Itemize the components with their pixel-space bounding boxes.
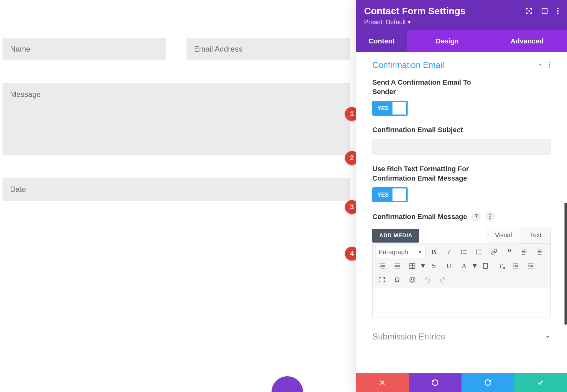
outdent-icon[interactable]: [509, 260, 523, 272]
svg-rect-29: [537, 253, 542, 253]
toggle-state: YES: [374, 192, 392, 198]
redo-button[interactable]: [461, 373, 514, 392]
preset-dropdown[interactable]: Preset: Default ▾: [364, 18, 466, 26]
undo-button[interactable]: [409, 373, 462, 392]
underline-icon[interactable]: U: [442, 260, 456, 272]
svg-point-4: [557, 13, 559, 14]
name-field[interactable]: Name: [3, 38, 166, 60]
numbered-list-icon[interactable]: 123: [472, 246, 486, 258]
svg-rect-31: [380, 264, 385, 264]
submission-entries-section[interactable]: Submission Entries: [372, 327, 551, 342]
format-select[interactable]: Paragraph▼: [375, 246, 426, 258]
svg-point-2: [557, 8, 559, 9]
form-row-1: Name Email Address: [3, 38, 350, 60]
editor-tab-text[interactable]: Text: [521, 227, 551, 244]
message-label: Confirmation Email Message: [372, 212, 467, 221]
quote-icon[interactable]: ❝: [502, 246, 516, 258]
align-center-icon[interactable]: [533, 246, 547, 258]
svg-point-13: [461, 253, 462, 255]
svg-rect-0: [528, 10, 530, 12]
chevron-down-icon: ▾: [408, 19, 411, 25]
help-icon[interactable]: ?: [472, 212, 481, 221]
fullscreen-icon[interactable]: [375, 273, 389, 286]
add-section-button[interactable]: [272, 376, 303, 392]
svg-point-3: [557, 10, 559, 12]
svg-point-6: [549, 64, 550, 65]
subject-input[interactable]: [372, 139, 551, 155]
bullet-list-icon[interactable]: [457, 246, 471, 258]
date-field[interactable]: Date: [3, 178, 350, 201]
richtext-label: Use Rich Text Formatting For Confirmatio…: [372, 164, 476, 183]
align-left-icon[interactable]: [518, 246, 531, 258]
toggle-knob: [392, 102, 406, 115]
scrollbar-thumb[interactable]: [564, 203, 567, 325]
svg-rect-16: [463, 254, 467, 254]
text-color-icon[interactable]: A: [457, 260, 471, 272]
more-icon[interactable]: [557, 8, 559, 14]
field-placeholder: Message: [10, 90, 41, 99]
tab-design[interactable]: Design: [407, 30, 487, 52]
subject-label: Confirmation Email Subject: [372, 125, 551, 135]
align-right-icon[interactable]: [375, 260, 389, 272]
clear-format-icon[interactable]: T✕: [494, 260, 507, 272]
chevron-down-icon: ▼: [418, 249, 422, 255]
email-field[interactable]: Email Address: [186, 38, 350, 60]
send-confirmation-toggle[interactable]: YES: [372, 101, 408, 116]
svg-rect-28: [538, 251, 541, 252]
indent-icon[interactable]: [524, 260, 538, 272]
tab-advanced[interactable]: Advanced: [487, 30, 567, 52]
chevron-down-icon: [545, 332, 551, 342]
more-icon[interactable]: [549, 62, 551, 69]
svg-rect-35: [395, 264, 400, 264]
emoji-icon[interactable]: [405, 273, 419, 286]
editor-content-area[interactable]: [373, 288, 550, 317]
expand-icon[interactable]: [525, 8, 532, 14]
chevron-up-icon[interactable]: [537, 62, 543, 69]
discard-button[interactable]: [356, 373, 409, 392]
link-icon[interactable]: [487, 246, 501, 258]
svg-rect-34: [381, 268, 385, 269]
richtext-group: Use Rich Text Formatting For Confirmatio…: [372, 164, 551, 202]
svg-rect-37: [395, 266, 400, 267]
chevron-down-icon[interactable]: ▼: [472, 260, 477, 272]
svg-rect-27: [537, 250, 542, 250]
svg-text:3: 3: [476, 253, 477, 255]
redo-icon[interactable]: [436, 273, 450, 286]
paste-text-icon[interactable]: [478, 260, 492, 272]
format-select-value: Paragraph: [379, 249, 408, 256]
panel-header: Contact Form Settings Preset: Default ▾: [356, 0, 567, 30]
undo-icon[interactable]: [421, 273, 434, 286]
special-char-icon[interactable]: Ω: [390, 273, 404, 286]
richtext-toggle[interactable]: YES: [372, 187, 408, 202]
svg-rect-44: [513, 268, 518, 269]
svg-rect-38: [395, 268, 400, 269]
strikethrough-icon[interactable]: S: [427, 260, 441, 272]
svg-rect-41: [513, 264, 518, 264]
svg-rect-23: [522, 250, 527, 250]
svg-rect-24: [522, 251, 525, 252]
add-media-button[interactable]: ADD MEDIA: [372, 229, 419, 243]
panel-tabs: Content Design Advanced: [356, 30, 567, 52]
settings-panel: Contact Form Settings Preset: Default ▾ …: [356, 0, 567, 392]
svg-point-51: [413, 279, 414, 280]
svg-rect-22: [478, 254, 482, 255]
toggle-knob: [392, 188, 406, 201]
table-icon[interactable]: [405, 260, 419, 272]
save-button[interactable]: [514, 373, 567, 392]
svg-point-7: [549, 66, 550, 68]
tab-content[interactable]: Content: [356, 30, 407, 52]
svg-rect-26: [522, 254, 525, 255]
field-options-icon[interactable]: [485, 212, 495, 221]
message-field[interactable]: Message: [3, 83, 350, 155]
svg-rect-15: [463, 252, 467, 253]
svg-rect-47: [530, 266, 533, 267]
editor-tab-visual[interactable]: Visual: [486, 227, 521, 244]
snap-icon[interactable]: [541, 8, 548, 14]
chevron-down-icon[interactable]: ▼: [421, 260, 426, 272]
svg-rect-46: [530, 265, 533, 266]
italic-icon[interactable]: I: [442, 246, 456, 258]
justify-icon[interactable]: [390, 260, 404, 272]
bold-icon[interactable]: B: [427, 246, 441, 258]
svg-rect-20: [478, 250, 482, 250]
section-header[interactable]: Confirmation Email: [372, 60, 551, 70]
